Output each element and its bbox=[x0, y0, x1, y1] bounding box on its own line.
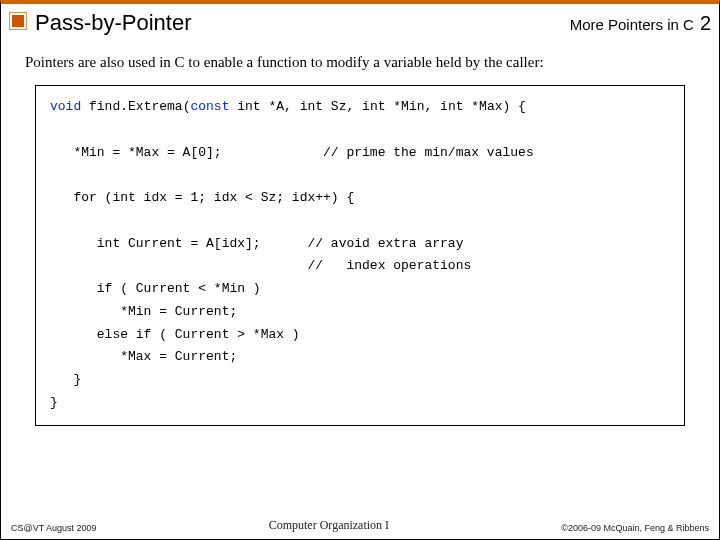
code-block: void find.Extrema(const int *A, int Sz, … bbox=[35, 85, 685, 426]
code-line: *Max = Current; bbox=[50, 349, 237, 364]
page-number: 2 bbox=[700, 12, 711, 35]
code-text: find.Extrema( bbox=[81, 99, 190, 114]
header: Pass-by-Pointer More Pointers in C 2 bbox=[1, 4, 719, 44]
footer-right: ©2006-09 McQuain, Feng & Ribbens bbox=[561, 523, 709, 533]
code-line: for (int idx = 1; idx < Sz; idx++) { bbox=[50, 190, 354, 205]
slide-frame: Pass-by-Pointer More Pointers in C 2 Poi… bbox=[0, 0, 720, 540]
code-line: *Min = Current; bbox=[50, 304, 237, 319]
code-line: *Min = *Max = A[0]; // prime the min/max… bbox=[50, 145, 534, 160]
svg-rect-1 bbox=[12, 15, 24, 27]
slide-subtitle: More Pointers in C bbox=[570, 16, 694, 33]
slide-title: Pass-by-Pointer bbox=[35, 10, 570, 36]
code-text: int *A, int Sz, int *Min, int *Max) { bbox=[229, 99, 525, 114]
keyword-void: void bbox=[50, 99, 81, 114]
footer: CS@VT August 2009 Computer Organization … bbox=[1, 518, 719, 533]
footer-left: CS@VT August 2009 bbox=[11, 523, 97, 533]
code-line: // index operations bbox=[50, 258, 471, 273]
code-line: int Current = A[idx]; // avoid extra arr… bbox=[50, 236, 463, 251]
intro-text: Pointers are also used in C to enable a … bbox=[1, 44, 719, 81]
code-line: if ( Current < *Min ) bbox=[50, 281, 261, 296]
square-bullet-icon bbox=[9, 12, 27, 30]
code-line: } bbox=[50, 395, 58, 410]
footer-center: Computer Organization I bbox=[97, 518, 562, 533]
code-line: } bbox=[50, 372, 81, 387]
code-line: else if ( Current > *Max ) bbox=[50, 327, 300, 342]
keyword-const: const bbox=[190, 99, 229, 114]
